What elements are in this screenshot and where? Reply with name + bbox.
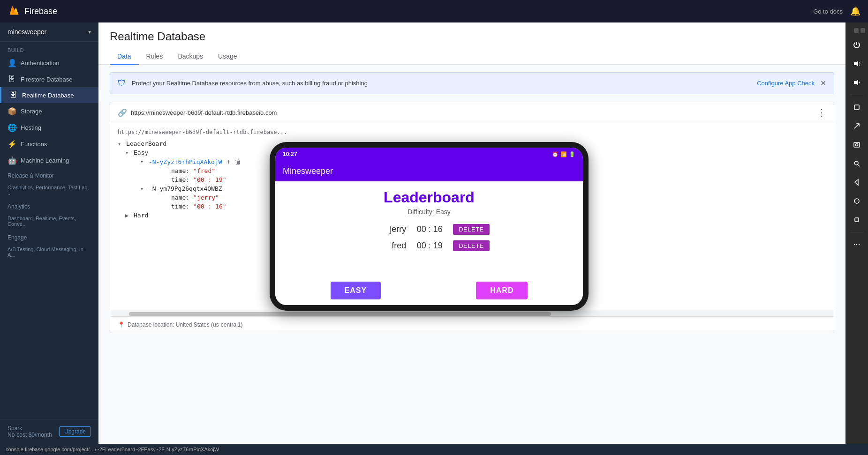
svg-point-4 [856,144,858,146]
lb-delete-btn-0[interactable]: DELETE [453,224,490,235]
tab-usage[interactable]: Usage [211,49,244,65]
more-options-icon[interactable]: ⋮ [817,107,826,118]
volume-down-button[interactable] [848,74,865,91]
leaderboard-collapse-icon[interactable]: ▾ [118,141,124,147]
erase-button[interactable] [848,118,865,134]
svg-marker-0 [854,61,858,67]
banner-close-icon[interactable]: ✕ [820,79,826,88]
link-icon: 🔗 [118,108,127,117]
home-button[interactable] [848,193,865,209]
upgrade-button[interactable]: Upgrade [59,426,91,437]
phone-hard-button[interactable]: HARD [476,282,528,299]
realtime-db-label: Realtime Database [22,92,74,99]
sidebar-item-analytics[interactable]: Dashboard, Realtime, Events, Conve... [0,212,98,231]
sidebar-item-storage[interactable]: 📦 Storage [0,103,98,119]
battery-icon: 📶 [560,151,567,157]
db-url-row: 🔗 https://minesweeper-b6d9f-default-rtdb… [118,108,277,117]
node1-delete-btn[interactable]: 🗑 [234,158,242,165]
volume-up-button[interactable] [848,55,865,72]
sidebar-item-firestore[interactable]: 🗄 Firestore Database [0,71,98,87]
node1-key-link[interactable]: -N-yZyzT6rhPiqXAkojW [149,158,222,165]
node1-add-btn[interactable]: + [226,158,232,165]
svg-point-12 [859,244,860,245]
sidebar-item-functions[interactable]: ⚡ Functions [0,136,98,152]
phone-easy-button[interactable]: EASY [331,282,381,299]
node1-name-value: "fred" [193,167,215,174]
screenshot-button[interactable] [848,136,865,153]
phone-overlay: 10:27 ⏰ 📶 🔋 Minesweeper [270,142,589,320]
banner-text: Protect your Realtime Database resources… [132,80,368,87]
leaderboard-entry-1: fred 00 : 19 DELETE [283,238,575,254]
firebase-logo-icon [8,5,21,18]
functions-icon: ⚡ [8,140,16,149]
hard-expand-icon[interactable]: ▶ [125,212,132,219]
rotate-button[interactable] [848,99,865,116]
sidebar-item-ml[interactable]: 🤖 Machine Learning [0,152,98,169]
hard-key: Hard [134,212,148,219]
node2-collapse-icon[interactable]: ▾ [140,186,147,192]
wifi-icon: 🔋 [569,151,575,157]
main-layout: minesweeper ▾ Build 👤 Authentication 🗄 F… [0,22,868,444]
sidebar-item-realtime-db[interactable]: 🗄 Realtime Database [0,87,98,103]
power-button[interactable] [848,37,865,53]
minimize-button[interactable] [854,28,859,33]
hosting-icon: 🌐 [8,123,16,132]
svg-point-8 [854,199,859,203]
svg-marker-7 [855,179,858,185]
security-banner: 🛡 Protect your Realtime Database resourc… [110,72,834,94]
recents-button[interactable] [848,211,865,228]
sidebar-bottom: Spark No-cost $0/month Upgrade [0,419,98,444]
svg-marker-1 [854,80,858,85]
sidebar: minesweeper ▾ Build 👤 Authentication 🗄 F… [0,22,98,444]
maximize-button[interactable] [860,28,865,33]
phone-frame: 10:27 ⏰ 📶 🔋 Minesweeper [270,142,589,311]
sidebar-project[interactable]: minesweeper ▾ [0,22,98,42]
tab-backups[interactable]: Backups [170,49,211,65]
notification-icon[interactable]: 🔔 [850,6,860,16]
lb-delete-btn-1[interactable]: DELETE [453,240,490,251]
node2-time-value: "00 : 16" [193,203,226,210]
sidebar-item-release[interactable]: Crashlytics, Performance, Test Lab, ... [0,181,98,200]
release-monitor-label: Release & Monitor [0,169,98,181]
firestore-icon: 🗄 [8,75,16,83]
sidebar-item-authentication[interactable]: 👤 Authentication [0,55,98,71]
plan-name: Spark [8,425,52,432]
tree-container: https://minesweeper-b6d9f-default-rtdb.f… [110,123,834,311]
sidebar-item-hosting[interactable]: 🌐 Hosting [0,119,98,136]
svg-point-11 [856,244,857,245]
phone-time: 10:27 [283,151,297,157]
easy-collapse-icon[interactable]: ▾ [125,149,132,156]
alarm-icon: ⏰ [552,151,559,157]
top-bar-left: Firebase [8,5,57,18]
project-dropdown-icon[interactable]: ▾ [88,29,91,35]
more-tools-button[interactable] [848,236,865,253]
node1-collapse-icon[interactable]: ▾ [140,158,147,165]
svg-point-10 [854,244,855,245]
auth-icon: 👤 [8,59,16,67]
location-pin-icon: 📍 [118,321,125,328]
configure-app-check-link[interactable]: Configure App Check [757,80,815,87]
leaderboard-title: Leaderboard [384,189,475,206]
sidebar-item-engage[interactable]: A/B Testing, Cloud Messaging, In-A... [0,243,98,261]
tab-rules[interactable]: Rules [139,49,171,65]
go-to-docs-link[interactable]: Go to docs [813,8,843,15]
back-button[interactable] [848,174,865,191]
analytics-label: Analytics [0,200,98,212]
ml-label: Machine Learning [21,157,69,164]
node2-name-value: "jerry" [193,194,219,201]
db-panel-header: 🔗 https://minesweeper-b6d9f-default-rtdb… [110,102,834,123]
phone-app-bar: Minesweeper [275,161,583,181]
shield-icon: 🛡 [118,78,126,88]
tree-url-path: https://minesweeper-b6d9f-default-rtdb.f… [118,129,826,135]
right-toolbar [845,22,868,444]
top-bar-right: Go to docs 🔔 [813,6,860,16]
tab-data[interactable]: Data [110,49,139,65]
node1-actions: + 🗑 [226,158,242,165]
svg-line-6 [858,164,860,166]
toolbar-divider-1 [850,95,863,95]
zoom-button[interactable] [848,155,865,172]
leaderboard-key: LeaderBoard [126,140,166,147]
svg-point-5 [854,161,858,165]
plan-price: No-cost $0/month [8,432,52,438]
toolbar-divider-2 [850,232,863,232]
